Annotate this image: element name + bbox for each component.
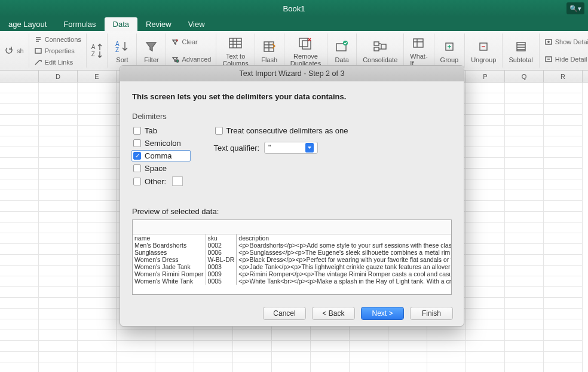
cell[interactable]: [39, 115, 78, 126]
cell[interactable]: [466, 212, 505, 222]
cell[interactable]: [39, 319, 78, 330]
cell[interactable]: [39, 233, 78, 244]
cell[interactable]: [466, 287, 505, 298]
cell[interactable]: [544, 222, 583, 233]
cell[interactable]: [311, 352, 350, 362]
cell[interactable]: [466, 222, 505, 233]
cell[interactable]: [39, 276, 78, 287]
checkbox-tab[interactable]: Tab: [132, 126, 190, 136]
cell[interactable]: [78, 147, 117, 158]
cell[interactable]: [39, 179, 78, 190]
cell[interactable]: [0, 276, 39, 287]
cell[interactable]: [427, 352, 466, 362]
cell[interactable]: [194, 352, 233, 362]
subtotal-button[interactable]: Subtotal: [503, 33, 539, 68]
cell[interactable]: [39, 341, 78, 352]
data-validation-button[interactable]: Data: [327, 33, 357, 68]
cell[interactable]: [544, 341, 583, 352]
cell[interactable]: [39, 309, 78, 319]
ungroup-button[interactable]: Ungroup: [465, 33, 503, 68]
column-header[interactable]: E: [78, 71, 117, 82]
cell[interactable]: [78, 298, 117, 309]
cell[interactable]: [78, 126, 117, 136]
cell[interactable]: [466, 352, 505, 362]
cell[interactable]: [505, 319, 544, 330]
cell[interactable]: [505, 362, 544, 372]
tab-review[interactable]: Review: [137, 17, 180, 31]
cell[interactable]: [39, 255, 78, 266]
cell[interactable]: [0, 287, 39, 298]
cell[interactable]: [388, 330, 427, 341]
cell[interactable]: [544, 319, 583, 330]
cell[interactable]: [39, 136, 78, 147]
cell[interactable]: [272, 341, 311, 352]
cell[interactable]: [78, 222, 117, 233]
cell[interactable]: [117, 352, 155, 362]
cell[interactable]: [544, 330, 583, 341]
cell[interactable]: [466, 201, 505, 212]
cell[interactable]: [388, 341, 427, 352]
cell[interactable]: [0, 190, 39, 201]
column-header[interactable]: [0, 71, 39, 82]
cell[interactable]: [155, 352, 194, 362]
cell[interactable]: [505, 330, 544, 341]
cell[interactable]: [466, 158, 505, 169]
refresh-button[interactable]: sh: [5, 46, 24, 56]
cell[interactable]: [544, 244, 583, 255]
cell[interactable]: [39, 266, 78, 276]
cell[interactable]: [466, 136, 505, 147]
cell[interactable]: [544, 255, 583, 266]
tab-view[interactable]: View: [180, 17, 213, 31]
flash-fill-button[interactable]: Flash: [255, 33, 284, 68]
cell[interactable]: [466, 362, 505, 372]
cell[interactable]: [544, 136, 583, 147]
other-delimiter-input[interactable]: [172, 176, 183, 186]
cell[interactable]: [78, 179, 117, 190]
cell[interactable]: [544, 126, 583, 136]
cell[interactable]: [78, 201, 117, 212]
cell[interactable]: [466, 126, 505, 136]
cell[interactable]: [350, 341, 388, 352]
show-detail-button[interactable]: Show Detail: [544, 38, 588, 45]
cell[interactable]: [78, 341, 117, 352]
cell[interactable]: [0, 309, 39, 319]
cell[interactable]: [78, 233, 117, 244]
cell[interactable]: [78, 212, 117, 222]
cell[interactable]: [272, 330, 311, 341]
cell[interactable]: [78, 190, 117, 201]
cell[interactable]: [350, 352, 388, 362]
sort-desc-button[interactable]: Z: [91, 51, 103, 58]
cell[interactable]: [505, 136, 544, 147]
cell[interactable]: [78, 169, 117, 179]
sort-asc-button[interactable]: A: [91, 44, 103, 51]
cell[interactable]: [505, 190, 544, 201]
column-header[interactable]: Q: [505, 71, 544, 82]
cell[interactable]: [311, 362, 350, 372]
cell[interactable]: [39, 201, 78, 212]
cell[interactable]: [505, 104, 544, 115]
cell[interactable]: [544, 287, 583, 298]
checkbox-space[interactable]: Space: [132, 163, 190, 173]
column-header[interactable]: R: [544, 71, 583, 82]
cell[interactable]: [544, 266, 583, 276]
cell[interactable]: [39, 169, 78, 179]
cell[interactable]: [0, 255, 39, 266]
cell[interactable]: [505, 158, 544, 169]
cell[interactable]: [155, 362, 194, 372]
cell[interactable]: [466, 244, 505, 255]
tab-data[interactable]: Data: [105, 17, 137, 31]
checkbox-treat-consecutive[interactable]: Treat consecutive delimiters as one: [214, 126, 350, 136]
cell[interactable]: [466, 233, 505, 244]
cell[interactable]: [233, 341, 272, 352]
cell[interactable]: [350, 362, 388, 372]
cell[interactable]: [505, 266, 544, 276]
cell[interactable]: [505, 93, 544, 104]
remove-duplicates-button[interactable]: Remove Duplicates: [284, 33, 327, 68]
consolidate-button[interactable]: Consolidate: [357, 33, 404, 68]
cell[interactable]: [505, 212, 544, 222]
cell[interactable]: [78, 362, 117, 372]
cell[interactable]: [39, 352, 78, 362]
hide-detail-button[interactable]: Hide Detail: [544, 56, 588, 63]
cell[interactable]: [466, 93, 505, 104]
cell[interactable]: [466, 104, 505, 115]
